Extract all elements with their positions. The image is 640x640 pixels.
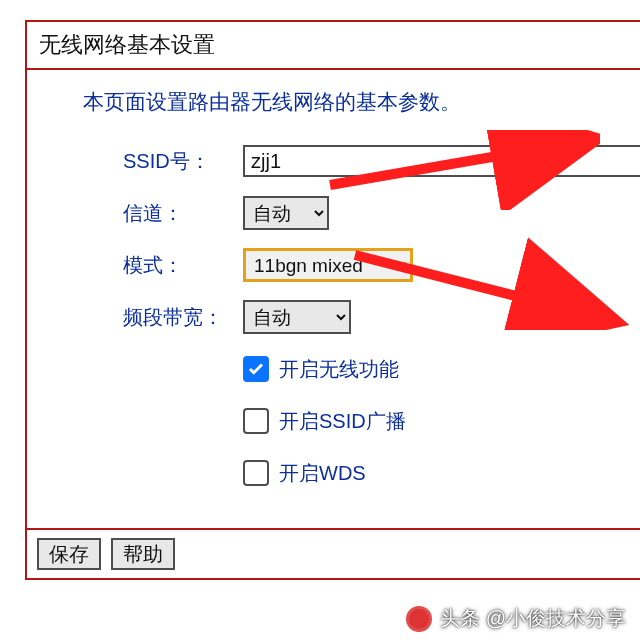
row-wifi-enable: 开启无线功能 xyxy=(243,350,640,388)
channel-label: 信道： xyxy=(123,200,243,227)
mode-label: 模式： xyxy=(123,252,243,279)
watermark-logo-icon xyxy=(406,606,432,632)
row-mode: 模式： 11bgn mixed xyxy=(123,246,640,284)
row-ssid-broadcast: 开启SSID广播 xyxy=(243,402,640,440)
settings-panel: 无线网络基本设置 本页面设置路由器无线网络的基本参数。 SSID号： 信道： 自… xyxy=(25,20,640,580)
wds-label: 开启WDS xyxy=(279,460,366,487)
button-bar: 保存 帮助 xyxy=(27,530,640,580)
watermark: 头条 @小俊技术分享 xyxy=(406,605,626,632)
ssid-label: SSID号： xyxy=(123,148,243,175)
row-ssid: SSID号： xyxy=(123,142,640,180)
watermark-text: 头条 @小俊技术分享 xyxy=(440,605,626,632)
ssid-broadcast-checkbox[interactable] xyxy=(243,408,269,434)
bandwidth-select[interactable]: 自动 xyxy=(243,300,351,334)
help-button[interactable]: 帮助 xyxy=(111,538,175,570)
save-button[interactable]: 保存 xyxy=(37,538,101,570)
ssid-broadcast-label: 开启SSID广播 xyxy=(279,408,406,435)
bandwidth-label: 频段带宽： xyxy=(123,304,243,331)
mode-select[interactable]: 11bgn mixed xyxy=(243,248,413,282)
wifi-enable-checkbox[interactable] xyxy=(243,356,269,382)
check-icon xyxy=(247,360,265,378)
row-bandwidth: 频段带宽： 自动 xyxy=(123,298,640,336)
panel-title: 无线网络基本设置 xyxy=(27,22,640,70)
wds-checkbox[interactable] xyxy=(243,460,269,486)
wifi-enable-label: 开启无线功能 xyxy=(279,356,399,383)
ssid-input[interactable] xyxy=(243,145,640,177)
intro-text: 本页面设置路由器无线网络的基本参数。 xyxy=(83,88,640,116)
channel-select[interactable]: 自动 xyxy=(243,196,329,230)
row-wds: 开启WDS xyxy=(243,454,640,492)
panel-body: 本页面设置路由器无线网络的基本参数。 SSID号： 信道： 自动 模式： 11b… xyxy=(27,70,640,530)
row-channel: 信道： 自动 xyxy=(123,194,640,232)
